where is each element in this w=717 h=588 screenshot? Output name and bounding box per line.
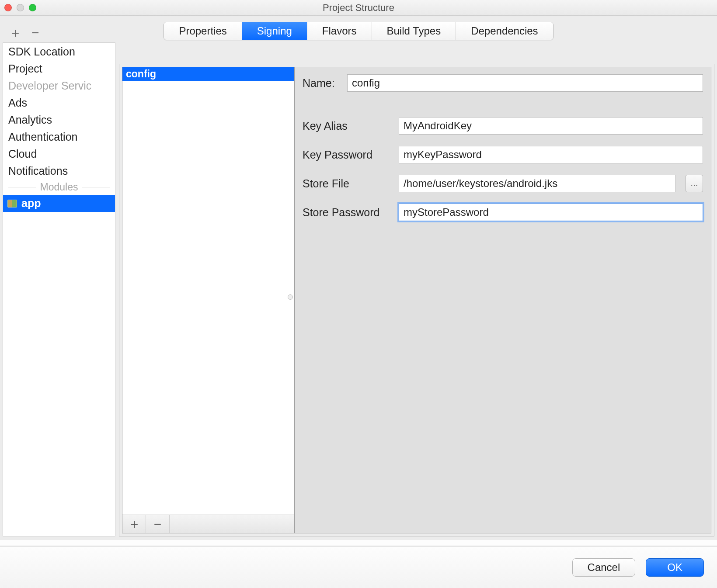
remove-config-button[interactable]: − xyxy=(146,515,170,533)
sidebar-item-cloud[interactable]: Cloud xyxy=(3,145,115,163)
close-window-icon[interactable] xyxy=(4,4,12,11)
store-password-label: Store Password xyxy=(303,206,393,219)
row-name: Name: xyxy=(303,74,703,92)
window-controls xyxy=(4,4,36,11)
name-label: Name: xyxy=(303,77,341,90)
key-password-input[interactable] xyxy=(399,146,703,163)
store-password-input[interactable] xyxy=(399,204,703,221)
module-icon xyxy=(7,200,17,208)
config-list: config xyxy=(122,67,294,515)
dialog-body: Properties Signing Flavors Build Types D… xyxy=(0,16,717,588)
zoom-window-icon[interactable] xyxy=(29,4,36,11)
sidebar-group-developer-services: Developer Servic xyxy=(3,77,115,94)
sidebar-item-authentication[interactable]: Authentication xyxy=(3,128,115,145)
sidebar-column: ＋ − SDK Location Project Developer Servi… xyxy=(3,23,115,536)
sidebar-item-project[interactable]: Project xyxy=(3,60,115,77)
store-file-input[interactable] xyxy=(399,175,676,192)
split-handle[interactable] xyxy=(115,45,119,536)
ellipsis-icon: … xyxy=(690,179,698,188)
sidebar-item-notifications[interactable]: Notifications xyxy=(3,163,115,180)
work-area: ＋ − SDK Location Project Developer Servi… xyxy=(0,45,717,539)
cancel-button[interactable]: Cancel xyxy=(572,558,636,577)
sidebar-module-app-label: app xyxy=(21,197,41,210)
row-store-password: Store Password xyxy=(303,204,703,221)
add-config-button[interactable]: ＋ xyxy=(122,515,146,533)
config-list-column: config ＋ − xyxy=(122,67,295,533)
sidebar-separator-modules: Modules xyxy=(3,180,115,195)
name-input[interactable] xyxy=(347,74,703,92)
key-alias-label: Key Alias xyxy=(303,120,393,132)
sidebar-group-modules-label: Modules xyxy=(40,181,78,193)
status-bar xyxy=(0,539,717,546)
tab-dependencies[interactable]: Dependencies xyxy=(456,22,553,40)
key-alias-input[interactable] xyxy=(399,117,703,135)
dialog-footer: Cancel OK xyxy=(0,546,717,588)
minimize-window-icon[interactable] xyxy=(17,4,24,11)
store-file-label: Store File xyxy=(303,177,393,190)
tab-build-types[interactable]: Build Types xyxy=(372,22,456,40)
row-store-file: Store File … xyxy=(303,175,703,192)
window-title: Project Structure xyxy=(323,2,394,14)
config-list-item[interactable]: config xyxy=(122,67,294,81)
sidebar-module-app[interactable]: app xyxy=(3,195,115,212)
inner-panel: config ＋ − Name: Key Alias xyxy=(122,67,711,533)
row-key-password: Key Password xyxy=(303,146,703,163)
tab-segmented-control: Properties Signing Flavors Build Types D… xyxy=(164,22,553,40)
tab-signing[interactable]: Signing xyxy=(242,22,307,40)
key-password-label: Key Password xyxy=(303,149,393,161)
browse-store-file-button[interactable]: … xyxy=(686,175,703,192)
sidebar-item-analytics[interactable]: Analytics xyxy=(3,111,115,128)
drag-knob-icon[interactable] xyxy=(288,294,293,300)
tab-properties[interactable]: Properties xyxy=(164,22,242,40)
form-column: Name: Key Alias Key Password Store File xyxy=(295,67,711,533)
main-panel: config ＋ − Name: Key Alias xyxy=(119,64,714,536)
spacer xyxy=(303,103,703,106)
titlebar: Project Structure xyxy=(0,0,717,16)
config-list-toolbar: ＋ − xyxy=(122,515,294,533)
sidebar: SDK Location Project Developer Servic Ad… xyxy=(3,43,115,536)
sidebar-item-sdk-location[interactable]: SDK Location xyxy=(3,43,115,60)
tab-strip: Properties Signing Flavors Build Types D… xyxy=(0,16,717,45)
ok-button[interactable]: OK xyxy=(646,558,704,577)
row-key-alias: Key Alias xyxy=(303,117,703,135)
tab-flavors[interactable]: Flavors xyxy=(307,22,372,40)
sidebar-item-ads[interactable]: Ads xyxy=(3,94,115,111)
